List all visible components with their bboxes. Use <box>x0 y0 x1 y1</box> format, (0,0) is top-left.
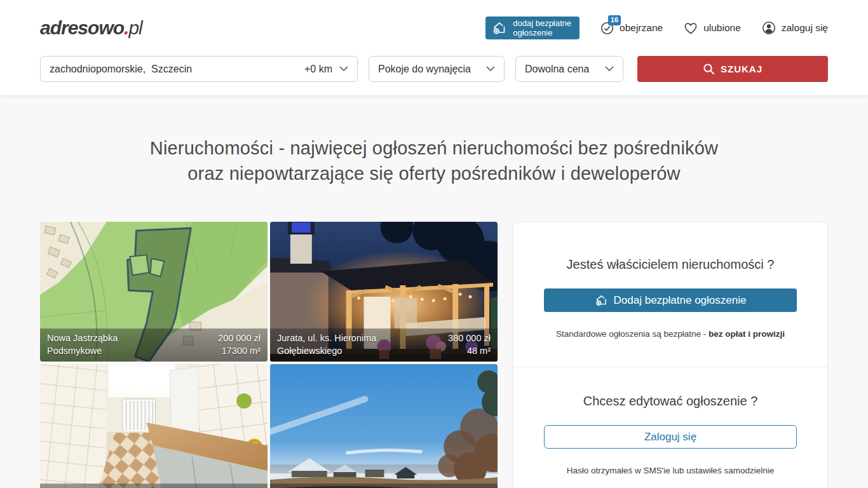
logo[interactable]: adresowo.pl <box>40 17 142 39</box>
owner-panel-note: Standardowe ogłoszenia są bezpłatne - be… <box>544 329 797 339</box>
listing-name: Nowa Jastrząbka <box>47 332 118 344</box>
viewed-count-badge: 16 <box>608 15 621 25</box>
listing-area: 48 m² <box>448 344 491 357</box>
price-value: Dowolna cena <box>525 64 589 75</box>
listing-card[interactable]: Jurata, ul. ks. HieronimaGołębiewskiego … <box>270 222 498 362</box>
price-select[interactable]: Dowolna cena <box>515 56 623 82</box>
owner-panel: Jesteś właścicielem nieruchomości ? Doda… <box>513 222 827 367</box>
radius-value: +0 km <box>304 64 332 75</box>
top-bar: adresowo.pl dodaj bezpłatneogłoszenie 16… <box>0 0 868 96</box>
house-plus-icon <box>492 20 507 36</box>
listing-card[interactable]: Skwierzynka, ul. Wichrowa 490 000 zł <box>270 364 498 488</box>
add-free-listing-label: Dodaj bezpłatne ogłoszenie <box>614 294 747 307</box>
listing-name: Jurata, ul. ks. Hieronima <box>277 332 376 344</box>
sidebar: Jesteś właścicielem nieruchomości ? Doda… <box>513 222 828 488</box>
listing-card[interactable]: Chorzów Centrum, ul. 275 000 zł <box>40 364 268 488</box>
listing-name-2: Gołębiewskiego <box>277 344 376 357</box>
listing-overlay: Nowa JastrząbkaPodsmykowe 200 000 zł1730… <box>40 329 268 362</box>
search-button[interactable]: SZUKAJ <box>637 56 828 82</box>
edit-panel: Chcesz edytować ogłoszenie ? Zaloguj się… <box>513 367 827 488</box>
owner-panel-heading: Jesteś właścicielem nieruchomości ? <box>544 257 797 272</box>
listing-name-2: Podsmykowe <box>47 344 118 357</box>
logo-text: adresowo <box>40 17 124 38</box>
search-icon <box>703 63 715 75</box>
login-label: zaloguj się <box>782 22 828 34</box>
listing-card[interactable]: Nowa JastrząbkaPodsmykowe 200 000 zł1730… <box>40 222 268 362</box>
edit-panel-note: Hasło otrzymałeś w SMS'ie lub ustawiłeś … <box>544 466 797 475</box>
user-icon <box>761 20 776 36</box>
property-type-select[interactable]: Pokoje do wynajęcia <box>369 56 505 82</box>
favorites-link[interactable]: ulubione <box>683 21 741 36</box>
edit-panel-heading: Chcesz edytować ogłoszenie ? <box>544 394 797 409</box>
search-button-label: SZUKAJ <box>721 64 763 74</box>
listing-price: 200 000 zł <box>218 332 261 344</box>
header-nav: dodaj bezpłatneogłoszenie 16 obejrzane u… <box>485 17 828 39</box>
login-button-label: Zaloguj się <box>644 431 696 444</box>
chevron-down-icon <box>339 66 348 72</box>
heart-icon <box>683 21 698 36</box>
listing-overlay: Chorzów Centrum, ul. 275 000 zł <box>40 484 268 488</box>
listing-overlay: Jurata, ul. ks. HieronimaGołębiewskiego … <box>270 329 498 362</box>
logo-tld: pl <box>128 17 142 38</box>
viewed-label: obejrzane <box>620 22 663 34</box>
location-input[interactable]: zachodniopomorskie, Szczecin +0 km <box>40 56 358 82</box>
header: adresowo.pl dodaj bezpłatneogłoszenie 16… <box>0 0 868 56</box>
listing-photo-kitchen <box>40 364 268 488</box>
viewed-link[interactable]: 16 obejrzane <box>600 21 663 36</box>
login-link[interactable]: zaloguj się <box>761 20 828 36</box>
add-free-listing-button[interactable]: Dodaj bezpłatne ogłoszenie <box>544 288 797 312</box>
add-listing-button[interactable]: dodaj bezpłatneogłoszenie <box>485 17 580 39</box>
house-plus-icon <box>595 294 608 307</box>
favorites-label: ulubione <box>703 22 741 34</box>
listing-price: 380 000 zł <box>448 332 491 344</box>
add-listing-label: dodaj bezpłatneogłoszenie <box>513 18 571 37</box>
page-title: Nieruchomości - najwięcej ogłoszeń nieru… <box>0 135 868 186</box>
search-bar: zachodniopomorskie, Szczecin +0 km Pokoj… <box>0 56 868 95</box>
property-type-value: Pokoje do wynajęcia <box>378 64 471 75</box>
chevron-down-icon <box>486 66 495 72</box>
listing-area: 17300 m² <box>218 344 261 357</box>
login-button[interactable]: Zaloguj się <box>544 425 797 449</box>
location-value: zachodniopomorskie, Szczecin <box>50 64 192 75</box>
main-content: Nieruchomości - najwięcej ogłoszeń nieru… <box>0 135 868 488</box>
listing-grid: Nowa JastrząbkaPodsmykowe 200 000 zł1730… <box>40 222 498 488</box>
radius-select[interactable]: +0 km <box>304 64 348 75</box>
listing-photo-field <box>270 364 498 488</box>
chevron-down-icon <box>605 66 614 72</box>
listing-overlay: Skwierzynka, ul. Wichrowa 490 000 zł <box>270 484 498 488</box>
